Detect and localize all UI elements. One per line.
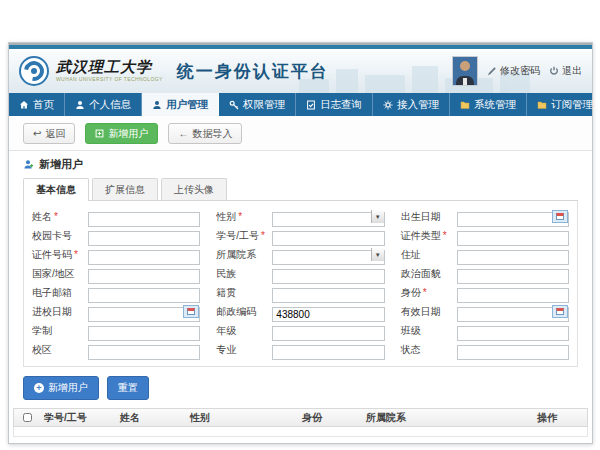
add-user-button[interactable]: 新增用户 — [85, 123, 158, 144]
user-table: 学号/工号 姓名 性别 身份 所属院系 操作 — [13, 408, 588, 437]
col-actions: 操作 — [533, 411, 587, 425]
nav-item-log-query[interactable]: 日志查询 — [296, 93, 373, 116]
main-nav: 首页 个人信息 用户管理 权限管理 日志查询 — [9, 93, 592, 116]
field-label: 专业 — [216, 343, 236, 357]
form-field-id-type: 证件类型* — [401, 228, 569, 243]
form-field-enroll-date: 进校日期 — [32, 304, 200, 319]
reset-label: 重置 — [118, 381, 138, 395]
folder-icon — [460, 100, 470, 110]
add-user-icon — [95, 129, 104, 138]
calendar-icon[interactable] — [183, 305, 199, 318]
col-gender: 性别 — [186, 411, 298, 425]
header-user-area: 修改密码 退出 — [452, 56, 582, 86]
gender-select[interactable] — [272, 212, 384, 227]
pencil-icon — [487, 66, 497, 76]
form-field-gender: 性别* ▼ — [216, 209, 384, 224]
nav-item-home[interactable]: 首页 — [9, 93, 65, 116]
section-title: 新增用户 — [39, 157, 83, 172]
field-label: 证件号码 — [32, 248, 72, 262]
field-label: 状态 — [401, 343, 421, 357]
back-button[interactable]: ↩ 返回 — [23, 123, 75, 144]
postal-code-input[interactable] — [272, 307, 384, 322]
nav-item-subscription-management[interactable]: 订阅管理 — [527, 93, 600, 116]
form-field-native-place: 籍贯 — [216, 285, 384, 300]
required-mark: * — [261, 230, 265, 241]
submit-label: 新增用户 — [48, 381, 88, 395]
field-label: 学制 — [32, 324, 52, 338]
chevron-down-icon[interactable]: ▼ — [371, 248, 384, 261]
student-id-input[interactable] — [272, 231, 384, 246]
university-name-en: WUHAN UNIVERSITY OF TECHNOLOGY — [56, 77, 163, 82]
chevron-down-icon[interactable]: ▼ — [371, 210, 384, 223]
field-label: 姓名 — [32, 210, 52, 224]
major-input[interactable] — [272, 345, 384, 360]
user-icon — [152, 100, 162, 110]
calendar-icon[interactable] — [552, 305, 568, 318]
form-field-campus: 校区 — [32, 342, 200, 357]
schooling-length-input[interactable] — [88, 326, 200, 341]
class-input[interactable] — [457, 326, 569, 341]
nav-item-user-management[interactable]: 用户管理 — [142, 93, 219, 116]
nav-label: 权限管理 — [243, 98, 285, 112]
nav-item-personal-info[interactable]: 个人信息 — [65, 93, 142, 116]
id-number-input[interactable] — [88, 250, 200, 265]
col-student-id: 学号/工号 — [40, 411, 116, 425]
university-logo — [19, 56, 49, 86]
data-import-label: 数据导入 — [192, 127, 232, 140]
form-field-postal-code: 邮政编码 — [216, 304, 384, 319]
department-select[interactable] — [272, 250, 384, 265]
name-input[interactable] — [88, 212, 200, 227]
nav-label: 订阅管理 — [551, 98, 593, 112]
back-label: 返回 — [45, 127, 65, 140]
form-field-class: 班级 — [401, 323, 569, 338]
form-field-major: 专业 — [216, 342, 384, 357]
logout-link[interactable]: 退出 — [549, 64, 582, 78]
back-arrow-icon: ↩ — [33, 129, 41, 139]
import-arrow-icon: ← — [178, 129, 188, 139]
form-field-grade: 年级 — [216, 323, 384, 338]
nav-item-system-management[interactable]: 系统管理 — [450, 93, 527, 116]
id-type-input[interactable] — [457, 231, 569, 246]
nav-item-access-management[interactable]: 接入管理 — [373, 93, 450, 116]
calendar-icon[interactable] — [552, 210, 568, 223]
nav-label: 系统管理 — [474, 98, 516, 112]
field-label: 住址 — [401, 248, 421, 262]
campus-input[interactable] — [88, 345, 200, 360]
grade-input[interactable] — [272, 326, 384, 341]
user-icon — [75, 100, 85, 110]
nav-label: 用户管理 — [166, 98, 208, 112]
field-label: 证件类型 — [401, 229, 441, 243]
field-label: 班级 — [401, 324, 421, 338]
address-input[interactable] — [457, 250, 569, 265]
tab-upload-avatar[interactable]: 上传头像 — [161, 178, 227, 200]
nav-label: 首页 — [33, 98, 54, 112]
ethnicity-input[interactable] — [272, 269, 384, 284]
avatar — [452, 56, 478, 86]
email-input[interactable] — [88, 288, 200, 303]
nav-item-permission-management[interactable]: 权限管理 — [219, 93, 296, 116]
tab-extended-info[interactable]: 扩展信息 — [92, 178, 158, 200]
native-place-input[interactable] — [272, 288, 384, 303]
country-region-input[interactable] — [88, 269, 200, 284]
tab-basic-info[interactable]: 基本信息 — [23, 178, 89, 201]
field-label: 校区 — [32, 343, 52, 357]
political-status-input[interactable] — [457, 269, 569, 284]
campus-card-input[interactable] — [88, 231, 200, 246]
form-field-department: 所属院系 ▼ — [216, 247, 384, 262]
col-identity: 身份 — [298, 411, 362, 425]
university-name: 武汉理工大学 — [56, 60, 163, 75]
field-label: 籍贯 — [216, 286, 236, 300]
field-label: 身份 — [401, 286, 421, 300]
form-field-identity: 身份* — [401, 285, 569, 300]
select-all-checkbox[interactable] — [23, 413, 32, 422]
key-icon — [229, 100, 239, 110]
gear-icon — [383, 100, 393, 110]
data-import-button[interactable]: ← 数据导入 — [168, 123, 242, 144]
logout-label: 退出 — [562, 64, 582, 78]
status-input[interactable] — [457, 345, 569, 360]
identity-input[interactable] — [457, 288, 569, 303]
empty-table-row — [13, 427, 588, 437]
change-password-link[interactable]: 修改密码 — [487, 64, 540, 78]
reset-button[interactable]: 重置 — [107, 376, 149, 400]
submit-add-user-button[interactable]: + 新增用户 — [23, 376, 99, 400]
